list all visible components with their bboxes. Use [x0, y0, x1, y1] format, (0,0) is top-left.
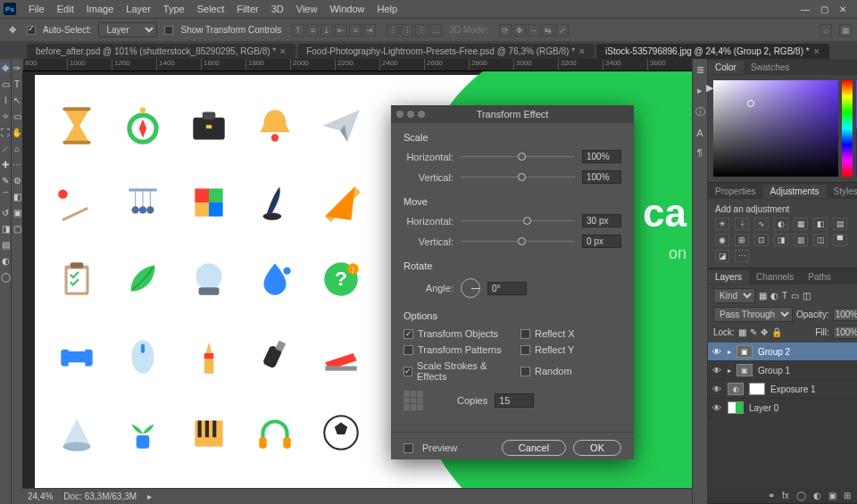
brightness-adj-icon[interactable]: ☀ — [715, 218, 729, 230]
bw-adj-icon[interactable]: ▤ — [833, 218, 847, 230]
heal-tool-icon[interactable]: ✚ — [0, 159, 11, 169]
lock-pos-icon[interactable]: ✥ — [761, 327, 768, 337]
fill-input[interactable] — [833, 326, 857, 339]
scale-v-slider[interactable] — [461, 173, 575, 182]
dialog-max-icon[interactable] — [418, 111, 425, 118]
filter-type-icon[interactable]: T — [782, 291, 787, 301]
ok-button[interactable]: OK — [573, 440, 621, 456]
doc-tab-3[interactable]: iStock-535796896.jpg @ 24,4% (Group 2, R… — [596, 44, 829, 59]
layer-row[interactable]: 👁▸▣Group 2 — [708, 343, 857, 361]
levels-adj-icon[interactable]: ⟊ — [735, 218, 749, 230]
move-h-slider[interactable] — [461, 217, 575, 226]
stamp-tool-icon[interactable]: ⌒ — [0, 191, 11, 202]
lasso-tool-icon[interactable]: ⌇ — [0, 95, 11, 105]
mask-icon[interactable]: ◯ — [796, 491, 806, 500]
align-hcenter-icon[interactable]: ≡ — [349, 24, 362, 37]
menu-layer[interactable]: Layer — [121, 2, 156, 16]
filter-pixel-icon[interactable]: ▦ — [759, 291, 767, 301]
new-layer-icon[interactable]: ⊞ — [844, 491, 851, 500]
menu-select[interactable]: Select — [192, 2, 230, 16]
menu-help[interactable]: Help — [372, 2, 404, 16]
curves-adj-icon[interactable]: ∿ — [754, 218, 769, 230]
filter-shape-icon[interactable]: ▭ — [791, 291, 799, 301]
layer-name[interactable]: Layer 0 — [749, 403, 778, 413]
link-layers-icon[interactable]: ⚭ — [768, 491, 775, 500]
menu-image[interactable]: Image — [81, 2, 120, 16]
reflect-x-checkbox[interactable] — [520, 329, 530, 339]
distribute-4-icon[interactable]: … — [429, 24, 442, 37]
random-checkbox[interactable] — [520, 367, 530, 376]
color-lookup-icon[interactable]: ⊡ — [754, 234, 769, 246]
menu-edit[interactable]: Edit — [52, 2, 79, 16]
reference-point-grid[interactable] — [404, 391, 423, 410]
transform-patterns-checkbox[interactable] — [404, 345, 413, 355]
group-icon[interactable]: ▣ — [828, 491, 836, 500]
selective-color-icon[interactable]: ◪ — [715, 250, 729, 262]
pen-tool-icon[interactable]: ✑ — [12, 62, 22, 73]
layer-row[interactable]: 👁Layer 0 — [708, 399, 857, 417]
more-adj-icon[interactable]: ⋯ — [735, 250, 749, 262]
visibility-icon[interactable]: 👁 — [711, 384, 722, 394]
scale-v-input[interactable]: 100% — [582, 170, 621, 184]
doc-tab-1[interactable]: before_after.psd @ 101% (shutterstock_85… — [27, 44, 295, 59]
close-icon[interactable]: ✕ — [813, 47, 820, 56]
distribute-3-icon[interactable]: ⋮ — [415, 24, 428, 37]
close-icon[interactable]: ✕ — [279, 47, 287, 56]
screenmode-icon[interactable]: ▢ — [12, 223, 22, 234]
3d-slide-icon[interactable]: ⇆ — [542, 24, 554, 37]
path-tool-icon[interactable]: ↖ — [12, 95, 22, 105]
vibrance-adj-icon[interactable]: ▦ — [794, 218, 808, 230]
auto-select-dropdown[interactable]: Layer — [98, 22, 157, 37]
preview-checkbox[interactable] — [404, 443, 413, 453]
move-v-slider[interactable] — [461, 237, 575, 246]
eraser-tool-icon[interactable]: ◨ — [0, 223, 11, 234]
align-right-icon[interactable]: ⇥ — [363, 24, 376, 37]
scale-h-input[interactable]: 100% — [582, 150, 621, 163]
invert-adj-icon[interactable]: ◨ — [774, 234, 788, 246]
styles-tab[interactable]: Styles — [827, 185, 857, 198]
folder-toggle-icon[interactable]: ▸ — [728, 348, 731, 356]
brush-tool-icon[interactable]: ✎ — [0, 175, 11, 186]
visibility-icon[interactable]: 👁 — [711, 366, 722, 376]
hue-slider[interactable] — [842, 80, 853, 177]
paragraph-panel-icon[interactable]: ¶ — [697, 147, 703, 158]
type-tool-icon[interactable]: T — [12, 78, 22, 89]
paths-tab[interactable]: Paths — [801, 270, 838, 284]
window-close-icon[interactable]: ✕ — [839, 4, 846, 14]
channels-tab[interactable]: Channels — [749, 270, 801, 284]
layer-row[interactable]: 👁◐Exposure 1 — [708, 380, 857, 399]
menu-type[interactable]: Type — [158, 2, 190, 16]
scale-strokes-checkbox[interactable] — [404, 367, 412, 376]
fx-icon[interactable]: fx — [782, 491, 789, 500]
visibility-icon[interactable]: 👁 — [711, 403, 722, 413]
hue-adj-icon[interactable]: ◧ — [813, 218, 828, 230]
distribute-2-icon[interactable]: ⋮ — [401, 24, 413, 37]
layer-kind-dropdown[interactable]: Kind — [713, 288, 755, 303]
filter-smart-icon[interactable]: ◫ — [803, 291, 811, 301]
dialog-titlebar[interactable]: Transform Effect — [391, 105, 634, 123]
move-v-input[interactable]: 0 px — [582, 235, 621, 248]
zoom-tool-icon[interactable]: ⌕ — [12, 143, 22, 153]
menu-filter[interactable]: Filter — [231, 2, 263, 16]
threshold-icon[interactable]: ◫ — [813, 234, 828, 246]
dodge-tool-icon[interactable]: ◯ — [0, 271, 11, 282]
layer-name[interactable]: Exposure 1 — [770, 384, 816, 394]
eyedropper-tool-icon[interactable]: ⟋ — [0, 143, 11, 153]
zoom-level[interactable]: 24,4% — [28, 492, 53, 501]
workspace-icon[interactable]: ▦ — [839, 24, 852, 37]
status-chevron-icon[interactable]: ▸ — [147, 492, 152, 501]
angle-input[interactable]: 0° — [487, 282, 527, 295]
copies-input[interactable]: 15 — [495, 393, 534, 408]
3d-scale-icon[interactable]: ⤢ — [556, 24, 569, 37]
adjustments-tab[interactable]: Adjustments — [763, 185, 827, 198]
blur-tool-icon[interactable]: ◐ — [0, 255, 11, 266]
doc-tab-2[interactable]: Food-Photography-Lightroom-Presets-Free.… — [297, 44, 595, 59]
layer-name[interactable]: Group 2 — [758, 347, 790, 357]
wand-tool-icon[interactable]: ✧ — [0, 111, 11, 121]
reflect-y-checkbox[interactable] — [520, 345, 530, 355]
gradient-map-icon[interactable]: ▀ — [833, 234, 847, 246]
history-panel-icon[interactable]: ≣ — [696, 64, 704, 76]
more-tools-icon[interactable]: ⋯ — [12, 159, 22, 169]
layer-row[interactable]: 👁▸▣Group 1 — [708, 361, 857, 380]
layers-tab[interactable]: Layers — [708, 270, 749, 284]
